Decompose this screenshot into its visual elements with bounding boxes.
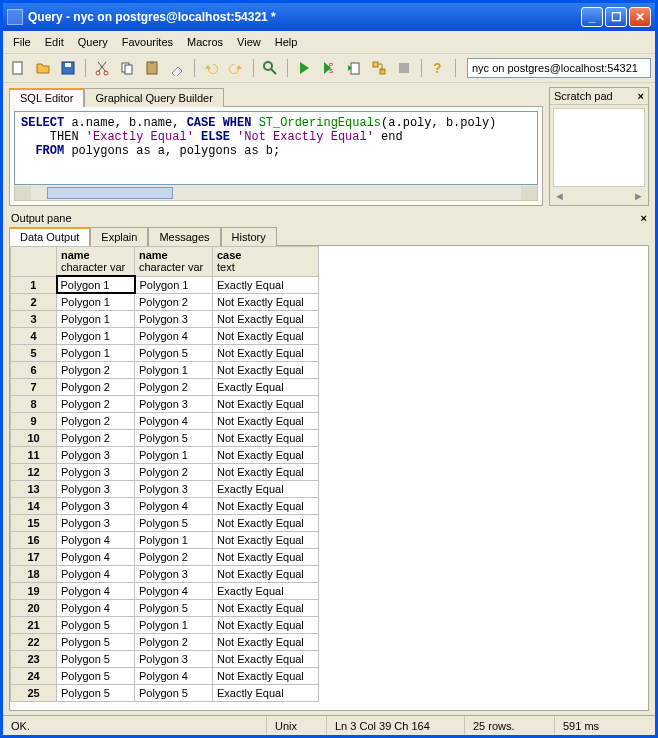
find-icon[interactable] — [259, 57, 281, 79]
row-header[interactable]: 7 — [11, 379, 57, 396]
cell[interactable]: Not Exactly Equal — [213, 311, 319, 328]
explain-icon[interactable] — [368, 57, 390, 79]
cell[interactable]: Polygon 2 — [135, 293, 213, 311]
sql-editor[interactable]: SELECT a.name, b.name, CASE WHEN ST_Orde… — [14, 111, 538, 185]
cell[interactable]: Polygon 2 — [57, 379, 135, 396]
row-header[interactable]: 1 — [11, 276, 57, 293]
cell[interactable]: Polygon 2 — [57, 413, 135, 430]
col-header-name-b[interactable]: namecharacter var — [135, 247, 213, 277]
cell[interactable]: Not Exactly Equal — [213, 464, 319, 481]
row-header[interactable]: 14 — [11, 498, 57, 515]
row-header[interactable]: 5 — [11, 345, 57, 362]
cell[interactable]: Polygon 1 — [135, 617, 213, 634]
cell[interactable]: Polygon 2 — [135, 464, 213, 481]
cell[interactable]: Polygon 3 — [135, 396, 213, 413]
cell[interactable]: Polygon 4 — [135, 498, 213, 515]
cell[interactable]: Polygon 5 — [57, 617, 135, 634]
cell[interactable]: Exactly Equal — [213, 379, 319, 396]
cell[interactable]: Polygon 3 — [57, 515, 135, 532]
cell[interactable]: Polygon 1 — [57, 293, 135, 311]
cell[interactable]: Polygon 5 — [135, 600, 213, 617]
cell[interactable]: Not Exactly Equal — [213, 447, 319, 464]
row-header[interactable]: 9 — [11, 413, 57, 430]
execute-pgscript-icon[interactable]: PS — [318, 57, 340, 79]
undo-icon[interactable] — [200, 57, 222, 79]
redo-icon[interactable] — [225, 57, 247, 79]
row-header[interactable]: 13 — [11, 481, 57, 498]
open-icon[interactable] — [32, 57, 54, 79]
tab-explain[interactable]: Explain — [90, 227, 148, 246]
cell[interactable]: Polygon 5 — [57, 634, 135, 651]
cell[interactable]: Polygon 5 — [135, 345, 213, 362]
clear-icon[interactable] — [166, 57, 188, 79]
scratch-close-icon[interactable]: × — [638, 90, 644, 102]
cell[interactable]: Polygon 2 — [57, 362, 135, 379]
cell[interactable]: Polygon 5 — [135, 685, 213, 702]
execute-icon[interactable] — [293, 57, 315, 79]
cell[interactable]: Polygon 4 — [57, 532, 135, 549]
row-header[interactable]: 16 — [11, 532, 57, 549]
cell[interactable]: Not Exactly Equal — [213, 651, 319, 668]
row-header[interactable]: 20 — [11, 600, 57, 617]
cell[interactable]: Polygon 5 — [57, 685, 135, 702]
new-icon[interactable] — [7, 57, 29, 79]
row-header[interactable]: 10 — [11, 430, 57, 447]
cell[interactable]: Polygon 2 — [135, 379, 213, 396]
scratch-next-icon[interactable]: ► — [633, 190, 644, 202]
cell[interactable]: Polygon 4 — [57, 549, 135, 566]
cell[interactable]: Not Exactly Equal — [213, 515, 319, 532]
results-grid[interactable]: namecharacter var namecharacter var case… — [9, 245, 649, 711]
cell[interactable]: Polygon 3 — [135, 566, 213, 583]
help-icon[interactable]: ? — [427, 57, 449, 79]
close-button[interactable]: ✕ — [629, 7, 651, 27]
cell[interactable]: Not Exactly Equal — [213, 498, 319, 515]
menu-query[interactable]: Query — [72, 34, 114, 50]
menu-file[interactable]: File — [7, 34, 37, 50]
row-header[interactable]: 11 — [11, 447, 57, 464]
cell[interactable]: Polygon 1 — [135, 276, 213, 293]
tab-sql-editor[interactable]: SQL Editor — [9, 88, 84, 107]
row-header[interactable]: 15 — [11, 515, 57, 532]
cell[interactable]: Polygon 3 — [57, 481, 135, 498]
cell[interactable]: Exactly Equal — [213, 276, 319, 293]
copy-icon[interactable] — [116, 57, 138, 79]
cell[interactable]: Polygon 4 — [57, 600, 135, 617]
cell[interactable]: Exactly Equal — [213, 481, 319, 498]
row-header[interactable]: 21 — [11, 617, 57, 634]
cell[interactable]: Polygon 1 — [57, 311, 135, 328]
row-header[interactable]: 17 — [11, 549, 57, 566]
cell[interactable]: Polygon 3 — [135, 481, 213, 498]
execute-file-icon[interactable] — [343, 57, 365, 79]
row-header[interactable]: 4 — [11, 328, 57, 345]
row-header[interactable]: 25 — [11, 685, 57, 702]
cell[interactable]: Polygon 1 — [57, 328, 135, 345]
cell[interactable]: Polygon 3 — [57, 464, 135, 481]
cell[interactable]: Exactly Equal — [213, 685, 319, 702]
row-header[interactable]: 6 — [11, 362, 57, 379]
cell[interactable]: Polygon 3 — [57, 447, 135, 464]
menu-edit[interactable]: Edit — [39, 34, 70, 50]
cell[interactable]: Polygon 3 — [135, 651, 213, 668]
cell[interactable]: Polygon 4 — [57, 583, 135, 600]
maximize-button[interactable]: ☐ — [605, 7, 627, 27]
cancel-icon[interactable] — [393, 57, 415, 79]
cell[interactable]: Polygon 3 — [57, 498, 135, 515]
cell[interactable]: Polygon 4 — [57, 566, 135, 583]
row-header[interactable]: 18 — [11, 566, 57, 583]
tab-history[interactable]: History — [221, 227, 277, 246]
connection-field[interactable]: nyc on postgres@localhost:54321 — [467, 58, 651, 78]
cell[interactable]: Not Exactly Equal — [213, 362, 319, 379]
row-header-corner[interactable] — [11, 247, 57, 277]
cell[interactable]: Polygon 4 — [135, 413, 213, 430]
cell[interactable]: Polygon 5 — [57, 651, 135, 668]
cell[interactable]: Not Exactly Equal — [213, 634, 319, 651]
row-header[interactable]: 3 — [11, 311, 57, 328]
cell[interactable]: Polygon 2 — [135, 634, 213, 651]
row-header[interactable]: 22 — [11, 634, 57, 651]
row-header[interactable]: 2 — [11, 293, 57, 311]
scratch-prev-icon[interactable]: ◄ — [554, 190, 565, 202]
output-close-icon[interactable]: × — [641, 212, 647, 224]
cell[interactable]: Polygon 1 — [135, 447, 213, 464]
save-icon[interactable] — [57, 57, 79, 79]
cell[interactable]: Not Exactly Equal — [213, 566, 319, 583]
